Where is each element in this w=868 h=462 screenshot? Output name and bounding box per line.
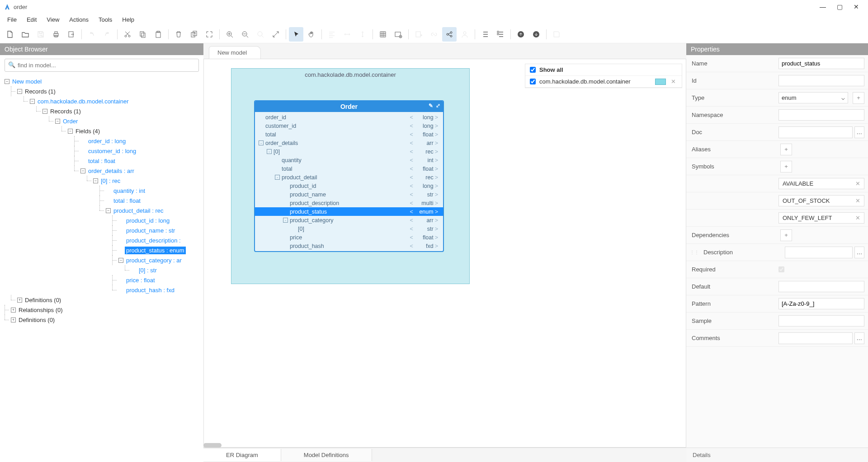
grid-icon[interactable] xyxy=(376,27,390,42)
prop-pattern-input[interactable] xyxy=(778,298,864,309)
tree-field[interactable]: [0] : str xyxy=(137,266,158,274)
tree-field-selected[interactable]: product_status : enum xyxy=(125,247,186,254)
tree-field[interactable]: order_details : arr xyxy=(87,167,136,175)
tree-toggle[interactable]: − xyxy=(17,89,22,94)
entity-field-row[interactable]: product_description<multi> xyxy=(255,199,443,207)
symbol-value[interactable]: ONLY_FEW_LEFT✕ xyxy=(778,212,864,224)
tree-field[interactable]: product_category : ar xyxy=(125,257,183,264)
entity-field-row[interactable]: -[0]<rec> xyxy=(255,147,443,156)
tree-toggle[interactable]: − xyxy=(42,109,47,114)
minimize-icon[interactable]: ― xyxy=(820,3,826,10)
tree-records[interactable]: Records (1) xyxy=(24,88,57,95)
entity-field-row[interactable]: total<float> xyxy=(255,130,443,139)
tree-toggle[interactable]: − xyxy=(55,119,60,124)
more-button[interactable]: … xyxy=(854,247,864,258)
tree-toggle[interactable]: − xyxy=(93,178,98,183)
tree-field[interactable]: order_id : long xyxy=(87,137,127,145)
tree-toggle[interactable]: + xyxy=(11,317,16,322)
zoom-out-icon[interactable] xyxy=(238,27,252,42)
field-toggle[interactable]: - xyxy=(259,140,264,145)
menu-edit[interactable]: Edit xyxy=(22,15,41,24)
entity-field-row[interactable]: customer_id<long> xyxy=(255,121,443,130)
tree-field[interactable]: product_name : str xyxy=(125,227,176,234)
prop-sample-input[interactable] xyxy=(778,315,864,327)
symbol-value[interactable]: OUT_OF_STOCK✕ xyxy=(778,195,864,206)
menu-view[interactable]: View xyxy=(42,15,64,24)
entity-field-row[interactable]: -order_details<arr> xyxy=(255,139,443,147)
add-alias-button[interactable]: + xyxy=(780,144,792,155)
prop-default-input[interactable] xyxy=(778,281,864,292)
entity-order[interactable]: Order ✎ ⤢ order_id<long>customer_id<long… xyxy=(254,100,444,252)
tree-root[interactable]: New model xyxy=(11,78,43,85)
field-toggle[interactable]: - xyxy=(275,175,280,180)
tree-toggle[interactable]: − xyxy=(68,129,73,134)
open-folder-icon[interactable] xyxy=(18,27,33,42)
entity-field-row[interactable]: quantity<int> xyxy=(255,156,443,164)
tree-field[interactable]: quantity : int xyxy=(112,187,146,195)
entity-field-row[interactable]: product_status<enum> xyxy=(255,207,443,216)
tree-definitions[interactable]: Definitions (0) xyxy=(24,296,62,304)
edit-icon[interactable]: ✎ xyxy=(429,103,433,109)
prop-name-input[interactable] xyxy=(778,58,864,69)
export-icon[interactable] xyxy=(64,27,79,42)
list-numbered-icon[interactable] xyxy=(493,27,508,42)
symbol-value[interactable]: AVAILABLE✕ xyxy=(778,178,864,189)
menu-help[interactable]: Help xyxy=(118,15,139,24)
container-visibility-checkbox[interactable] xyxy=(530,79,536,84)
tree-toggle[interactable]: − xyxy=(118,258,123,263)
move-up-icon[interactable] xyxy=(514,27,528,42)
menu-actions[interactable]: Actions xyxy=(65,15,93,24)
tree-field[interactable]: customer_id : long xyxy=(87,147,137,155)
field-toggle[interactable]: - xyxy=(267,149,272,154)
entity-field-row[interactable]: order_id<long> xyxy=(255,113,443,121)
tree-field[interactable]: product_hash : fxd xyxy=(125,286,176,294)
zoom-in-icon[interactable] xyxy=(222,27,237,42)
print-icon[interactable] xyxy=(49,27,63,42)
color-swatch[interactable] xyxy=(655,79,666,85)
more-button[interactable]: … xyxy=(854,332,864,344)
menu-tools[interactable]: Tools xyxy=(94,15,117,24)
tree-field[interactable]: total : float xyxy=(87,157,117,165)
tree-field[interactable]: product_detail : rec xyxy=(112,207,165,215)
paste-icon[interactable] xyxy=(151,27,165,42)
add-type-button[interactable]: + xyxy=(853,92,864,104)
share-icon[interactable] xyxy=(442,27,457,42)
prop-comments-input[interactable] xyxy=(778,332,853,344)
model-tab[interactable]: New model xyxy=(209,46,261,59)
show-all-checkbox[interactable] xyxy=(530,67,536,73)
tree-container[interactable]: com.hackolade.db.model.container xyxy=(36,98,130,105)
delete-icon[interactable] xyxy=(171,27,186,42)
entity-field-row[interactable]: product_name<str> xyxy=(255,190,443,199)
duplicate-icon[interactable] xyxy=(187,27,201,42)
remove-symbol-icon[interactable]: ✕ xyxy=(855,215,860,221)
entity-field-row[interactable]: product_hash<fxd> xyxy=(255,242,443,250)
close-icon[interactable]: ✕ xyxy=(854,3,859,10)
details-tab[interactable]: Details xyxy=(686,448,868,462)
tree-toggle[interactable]: + xyxy=(17,298,22,303)
remove-icon[interactable]: ✕ xyxy=(670,78,677,85)
copy-icon[interactable] xyxy=(136,27,150,42)
field-toggle[interactable]: - xyxy=(283,218,288,223)
entity-header[interactable]: Order ✎ ⤢ xyxy=(255,101,443,112)
tree-relationships[interactable]: Relationships (0) xyxy=(17,306,64,314)
expand-icon[interactable] xyxy=(269,27,283,42)
object-tree[interactable]: −New model −Records (1) −com.hackolade.d… xyxy=(0,75,203,462)
cut-icon[interactable] xyxy=(120,27,135,42)
tree-field[interactable]: [0] : rec xyxy=(99,177,122,185)
add-container-icon[interactable] xyxy=(391,27,406,42)
tree-order[interactable]: Order xyxy=(61,117,79,125)
prop-doc-input[interactable] xyxy=(778,126,853,138)
tree-definitions[interactable]: Definitions (0) xyxy=(17,316,56,324)
tree-records2[interactable]: Records (1) xyxy=(49,107,82,115)
tree-field[interactable]: product_description : xyxy=(125,237,182,244)
tree-field[interactable]: product_id : long xyxy=(125,217,171,224)
expand-icon[interactable]: ⤢ xyxy=(436,103,440,109)
remove-symbol-icon[interactable]: ✕ xyxy=(855,197,860,204)
prop-id-input[interactable] xyxy=(778,75,864,86)
pointer-icon[interactable] xyxy=(289,27,303,42)
tree-toggle[interactable]: − xyxy=(80,168,85,173)
more-button[interactable]: … xyxy=(854,126,864,138)
entity-field-row[interactable]: product_id<long> xyxy=(255,182,443,190)
tree-field[interactable]: price : float xyxy=(125,276,156,284)
grip-icon[interactable]: ⋮⋮ xyxy=(690,250,702,255)
